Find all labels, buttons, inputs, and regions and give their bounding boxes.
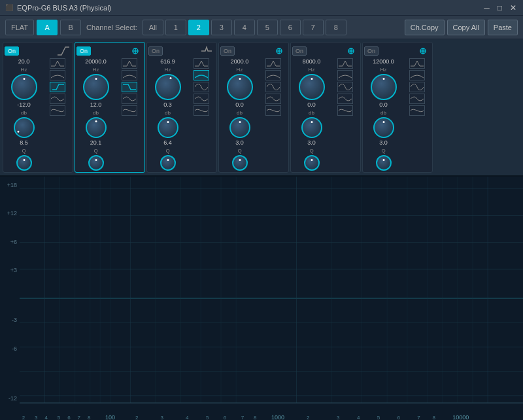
channel-select-group: All 1 2 3 4 5 6 7 8 (143, 20, 346, 35)
x-label-1000: 1000 (271, 414, 284, 420)
band-5-db-knob[interactable] (301, 117, 322, 138)
channel-2[interactable]: 2 (188, 20, 209, 35)
eq-graph-area: +18 +12 +6 +3 -3 -6 -12 (0, 177, 523, 420)
band-4-shape-3[interactable] (265, 82, 281, 92)
band-3-db-unit: db (165, 110, 171, 116)
band-3-freq-knob[interactable] (155, 74, 181, 100)
copy-all-button[interactable]: Copy All (447, 20, 485, 35)
channel-1[interactable]: 1 (165, 20, 186, 35)
band-5-shape-4[interactable] (337, 94, 353, 104)
band-6: On 12000.0 Hz 0.0 db (362, 42, 433, 173)
band-1-shape-5[interactable] (50, 105, 65, 116)
band-5-q-value: 3.0 (307, 139, 316, 146)
band-4-freq-unit: Hz (237, 67, 243, 73)
band-2-db-knob[interactable] (86, 117, 107, 138)
band-5-q-knob[interactable] (304, 155, 320, 171)
band-6-shape-4[interactable] (409, 94, 425, 104)
close-button[interactable]: ✕ (509, 3, 518, 12)
band-1-shape-1[interactable] (50, 58, 65, 69)
band-4-q-knob[interactable] (232, 155, 248, 171)
band-4-db-value: 0.0 (235, 101, 244, 108)
ch-copy-button[interactable]: Ch.Copy (405, 20, 445, 35)
band-1-db-value: -12.0 (17, 101, 31, 108)
channel-4[interactable]: 4 (234, 20, 255, 35)
band-6-shape-5[interactable] (409, 105, 425, 116)
band-1-shape-3[interactable] (50, 82, 65, 92)
channel-6[interactable]: 6 (280, 20, 301, 35)
band-5-db-unit: db (309, 110, 314, 116)
band-4-db-knob[interactable] (229, 117, 250, 138)
band-2-shape-4[interactable] (122, 94, 137, 104)
band-5-shape-3[interactable] (337, 82, 353, 92)
band-4-shape-5[interactable] (265, 105, 281, 116)
band-5-shape-5[interactable] (337, 105, 353, 116)
y-label-6: +6 (0, 239, 20, 245)
band-3-db-knob[interactable] (158, 117, 178, 138)
band-5-on-button[interactable]: On (292, 46, 307, 56)
band-4-q-unit: Q (237, 148, 241, 154)
band-6-on-button[interactable]: On (364, 46, 379, 56)
band-3-db-value: 0.3 (163, 101, 172, 108)
band-6-shape-3[interactable] (409, 82, 425, 92)
band-4-freq-knob[interactable] (227, 74, 253, 100)
band-2-shape-5[interactable] (122, 105, 137, 116)
y-label-3: +3 (0, 267, 20, 273)
window-controls[interactable]: ─ □ ✕ (482, 3, 518, 12)
band-3-shape-4[interactable] (194, 94, 209, 104)
x-label-100: 100 (105, 414, 115, 420)
band-2-q-knob[interactable] (88, 155, 104, 171)
paste-button[interactable]: Paste (488, 20, 518, 35)
band-6-shape-1[interactable] (409, 58, 425, 69)
band-2-on-button[interactable]: On (76, 46, 91, 56)
minimize-button[interactable]: ─ (482, 3, 491, 12)
band-4-on-button[interactable]: On (220, 46, 235, 56)
band-3-shape-5[interactable] (194, 105, 209, 116)
band-1-q-knob[interactable] (16, 155, 32, 171)
band-4-freq-value: 2000.0 (231, 58, 249, 65)
channel-7[interactable]: 7 (303, 20, 324, 35)
band-3-on-button[interactable]: On (148, 46, 163, 56)
band-1-shape-2[interactable] (50, 70, 65, 80)
band-4-shape-4[interactable] (265, 94, 281, 104)
band-2-freq-unit: Hz (93, 67, 99, 73)
band-6-freq-knob[interactable] (371, 74, 397, 100)
band-2-shape-1[interactable] (122, 58, 137, 69)
band-5-q-unit: Q (309, 148, 313, 154)
band-1: On 20.0 Hz -12.0 db (3, 42, 73, 173)
band-4-shape-2[interactable] (265, 70, 281, 80)
band-2-shape-2[interactable] (122, 70, 137, 80)
band-3-shape-1[interactable] (194, 58, 209, 69)
band-3: On 616.9 Hz 0.3 db (146, 42, 217, 173)
band-2-shape-3[interactable] (122, 82, 137, 92)
band-1-db-knob[interactable] (14, 117, 35, 138)
eq-graph-svg (20, 177, 523, 420)
band-6-q-knob[interactable] (376, 155, 392, 171)
b-button[interactable]: B (60, 20, 81, 35)
channel-8[interactable]: 8 (326, 20, 346, 35)
channel-3[interactable]: 3 (211, 20, 232, 35)
channel-all[interactable]: All (143, 20, 163, 35)
band-6-db-unit: db (380, 110, 386, 116)
a-button[interactable]: A (37, 20, 58, 35)
band-6-shape-2[interactable] (409, 70, 425, 80)
flat-button[interactable]: FLAT (5, 20, 34, 35)
band-3-shape-2[interactable] (194, 70, 209, 80)
band-1-on-button[interactable]: On (5, 46, 19, 56)
window-title: EQPro-G6 BUS A3 (Physical) (17, 4, 111, 12)
band-5-shape-1[interactable] (337, 58, 353, 69)
band-3-q-knob[interactable] (160, 155, 176, 171)
channel-5[interactable]: 5 (257, 20, 278, 35)
band-5: On 8000.0 Hz 0.0 db (290, 42, 361, 173)
band-2-freq-knob[interactable] (83, 74, 109, 100)
band-3-shape-3[interactable] (194, 82, 209, 92)
band-5-shape-2[interactable] (337, 70, 353, 80)
band-5-freq-knob[interactable] (299, 74, 325, 100)
y-label-n6: -6 (0, 345, 20, 352)
eq-strip: On 20.0 Hz -12.0 db (0, 39, 523, 177)
band-4-shape-1[interactable] (265, 58, 281, 69)
band-1-shape-4[interactable] (50, 94, 65, 104)
band-3-freq-value: 616.9 (160, 58, 175, 65)
band-6-db-knob[interactable] (373, 117, 394, 138)
band-1-freq-knob[interactable] (11, 74, 37, 100)
maximize-button[interactable]: □ (496, 3, 503, 12)
